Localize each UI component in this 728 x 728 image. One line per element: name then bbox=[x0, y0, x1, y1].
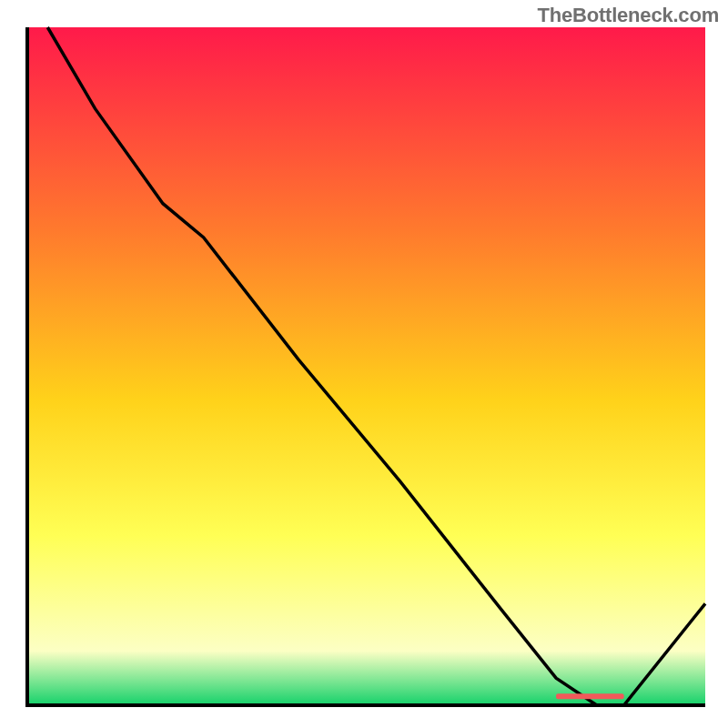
optimum-marker bbox=[556, 693, 624, 699]
watermark-label: TheBottleneck.com bbox=[537, 4, 719, 27]
chart-svg bbox=[0, 0, 728, 728]
bottleneck-chart: TheBottleneck.com bbox=[0, 0, 728, 728]
plot-background bbox=[27, 27, 705, 705]
